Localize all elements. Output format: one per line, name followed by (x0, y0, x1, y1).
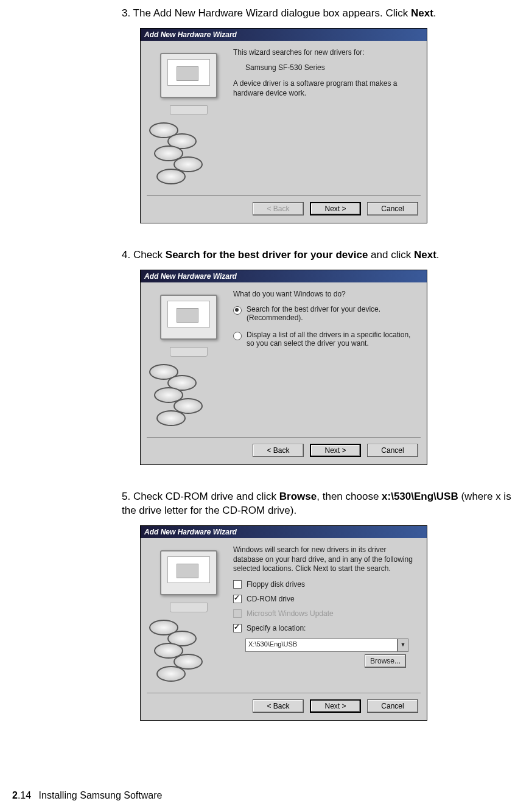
next-button[interactable]: Next > (310, 202, 361, 215)
radio-icon (233, 332, 242, 340)
dialog-3-title: Add New Hardware Wizard (141, 526, 427, 538)
dialog-2: Add New Hardware Wizard What do you want… (140, 270, 427, 465)
wizard-graphic (149, 48, 228, 189)
check-floppy[interactable]: Floppy disk drives (233, 580, 418, 589)
dialog-1: Add New Hardware Wizard This wizard sear… (140, 28, 427, 223)
step-4-text: 4. Check Search for the best driver for … (122, 248, 517, 262)
checkbox-icon (233, 609, 242, 618)
browse-button[interactable]: Browse... (365, 654, 406, 668)
dialog-2-title: Add New Hardware Wizard (141, 270, 427, 282)
checkbox-icon (233, 595, 242, 603)
cancel-button[interactable]: Cancel (367, 699, 418, 713)
next-button[interactable]: Next > (310, 699, 361, 713)
wizard-graphic (149, 290, 228, 431)
dialog-1-line3: A device driver is a software program th… (233, 79, 418, 98)
step-3-text: 3. The Add New Hardware Wizard dialogue … (122, 6, 517, 21)
radio-icon (233, 306, 242, 315)
back-button[interactable]: < Back (253, 444, 304, 457)
checkbox-icon (233, 580, 242, 589)
dialog-2-question: What do you want Windows to do? (233, 290, 418, 299)
back-button[interactable]: < Back (253, 202, 304, 215)
check-windows-update: Microsoft Windows Update (233, 609, 418, 618)
check-cdrom[interactable]: CD-ROM drive (233, 595, 418, 603)
radio-display-list[interactable]: Display a list of all the drivers in a s… (233, 331, 418, 348)
check-specify-location[interactable]: Specify a location: (233, 624, 418, 632)
step-5-text: 5. Check CD-ROM drive and click Browse, … (122, 489, 517, 519)
radio-search-best[interactable]: Search for the best driver for your devi… (233, 305, 418, 322)
cancel-button[interactable]: Cancel (367, 444, 418, 457)
dialog-3-intro: Windows will search for new drivers in i… (233, 545, 418, 574)
dialog-3: Add New Hardware Wizard Windows will sea… (140, 525, 427, 721)
dialog-1-line2: Samsung SF-530 Series (245, 63, 418, 73)
checkbox-icon (233, 624, 242, 632)
page-footer: 2.14 Installing Samsung Software (12, 790, 162, 801)
cancel-button[interactable]: Cancel (367, 202, 418, 215)
back-button[interactable]: < Back (253, 699, 304, 713)
dialog-1-line1: This wizard searches for new drivers for… (233, 48, 418, 58)
dropdown-icon[interactable]: ▼ (398, 639, 408, 652)
location-field[interactable]: X:\530\Eng\USB (245, 639, 398, 652)
next-button[interactable]: Next > (310, 444, 361, 457)
wizard-graphic (149, 545, 228, 687)
dialog-1-title: Add New Hardware Wizard (141, 29, 427, 41)
